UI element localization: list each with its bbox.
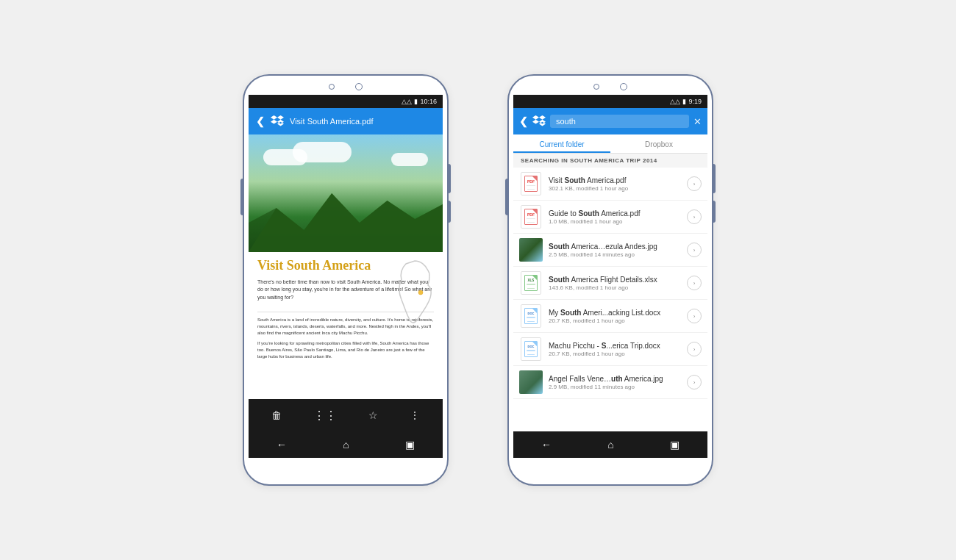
svg-point-2 [418,290,423,295]
status-bar-1: △△ ▮ 10:16 [249,95,443,108]
home-nav-icon-1[interactable]: ⌂ [343,439,349,450]
home-nav-icon-2[interactable]: ⌂ [607,439,613,450]
status-bar-2: △△ ▮ 9:19 [513,95,707,108]
file-name-6: Machu Picchu - S...erica Trip.docx [549,341,681,351]
status-icons-2: △△ ▮ 9:19 [670,98,702,105]
mountain-photo [249,134,443,252]
file-icon-4: XLS [519,271,543,295]
img-icon-3 [519,238,543,262]
docx-icon-6: DOC [521,337,541,361]
battery-icon: ▮ [414,98,418,105]
dropbox-logo-1 [271,115,284,128]
pdf-toolbar: 🗑 ⋮⋮ ☆ ⋮ [249,399,443,431]
power-button-2 [712,164,716,193]
file-details-2: Guide to South America.pdf 1.0 MB, modif… [549,209,681,225]
tab-dropbox[interactable]: Dropbox [610,134,707,153]
recents-nav-icon-2[interactable]: ▣ [670,439,679,450]
status-icons-1: △△ ▮ 10:16 [402,98,437,105]
file-item-5[interactable]: DOC My South Ameri...acking List.docx 20… [513,300,707,333]
dropbox-logo-2 [532,115,546,128]
pdf-icon-1: PDF [521,172,541,195]
wifi-icon: △△ [402,98,412,105]
back-button-1[interactable]: ❮ [256,115,265,127]
file-list: PDF Visit South America.pdf 302.1 KB, mo… [513,168,707,431]
file-icon-7 [519,370,543,394]
phone-2-top-bar [509,76,712,95]
speaker [355,83,363,90]
file-name-5: My South Ameri...acking List.docx [549,308,681,317]
share-icon[interactable]: ⋮⋮ [313,409,337,423]
phone-1-screen: △△ ▮ 10:16 ❮ Visit South America.pdf [249,95,443,458]
volume-button-left [240,179,244,215]
nav-bar-1: ← ⌂ ▣ [249,431,443,458]
file-icon-5: DOC [519,304,543,328]
search-header: ❮ south ✕ [513,108,707,134]
file-icon-1: PDF [519,172,543,195]
file-item-4[interactable]: XLS South America Flight Details.xlsx 14… [513,267,707,300]
star-icon[interactable]: ☆ [368,409,378,421]
cloud-2 [293,142,352,162]
recents-nav-icon-1[interactable]: ▣ [405,439,415,450]
phone-2-bottom [509,458,712,484]
file-chevron-2[interactable]: › [687,209,702,224]
file-meta-2: 1.0 MB, modified 1 hour ago [549,218,681,225]
file-name-2: Guide to South America.pdf [549,209,681,218]
file-chevron-3[interactable]: › [687,243,702,257]
pdf-title-header: Visit South America.pdf [290,117,435,126]
phone-top-bar [244,76,447,95]
file-chevron-1[interactable]: › [687,176,702,191]
phone-1: △△ ▮ 10:16 ❮ Visit South America.pdf [243,74,449,486]
front-camera [329,84,335,90]
docx-icon-5: DOC [521,304,541,328]
tab-current-folder[interactable]: Current folder [513,134,610,153]
pdf-icon-2: PDF [521,205,541,229]
pdf-body-3: If you're looking for sprawling metropol… [257,340,434,360]
file-item-7[interactable]: Angel Falls Vene…uth America.jpg 2.9 MB,… [513,366,707,399]
file-chevron-4[interactable]: › [687,276,702,290]
file-name-4: South America Flight Details.xlsx [549,275,681,284]
back-nav-icon-2[interactable]: ← [541,439,552,450]
search-input[interactable]: south [550,115,689,128]
img-icon-7 [519,370,543,394]
file-name-1: Visit South America.pdf [549,176,681,185]
back-button-2[interactable]: ❮ [519,115,528,127]
file-details-6: Machu Picchu - S...erica Trip.docx 20.7 … [549,341,681,357]
phone-2: △△ ▮ 9:19 ❮ south ✕ Current folder [507,74,713,486]
xlsx-icon-4: XLS [521,271,541,295]
front-camera-2 [593,84,599,90]
file-meta-3: 2.5 MB, modified 14 minutes ago [549,251,681,258]
file-meta-1: 302.1 KB, modified 1 hour ago [549,185,681,192]
svg-marker-1 [249,193,443,252]
search-close-icon[interactable]: ✕ [693,116,702,127]
time-2: 9:19 [688,98,702,105]
file-chevron-5[interactable]: › [687,309,702,323]
andes-thumbnail [519,238,543,262]
cloud-3 [391,153,428,166]
phone-1-bottom [244,458,447,484]
nav-bar-2: ← ⌂ ▣ [513,431,707,458]
file-meta-4: 143.6 KB, modified 1 hour ago [549,284,681,291]
power-button [447,164,451,193]
file-icon-3 [519,238,543,262]
file-chevron-6[interactable]: › [687,342,702,356]
file-item-6[interactable]: DOC Machu Picchu - S...erica Trip.docx 2… [513,333,707,366]
file-details-7: Angel Falls Vene…uth America.jpg 2.9 MB,… [549,374,681,390]
file-details-3: South America…ezula Andes.jpg 2.5 MB, mo… [549,242,681,258]
more-icon[interactable]: ⋮ [410,409,420,421]
phone-2-screen: △△ ▮ 9:19 ❮ south ✕ Current folder [513,95,707,458]
search-tabs: Current folder Dropbox [513,134,707,154]
file-chevron-7[interactable]: › [687,375,702,390]
delete-icon[interactable]: 🗑 [271,409,282,421]
mountain-svg [249,179,443,252]
time-1: 10:16 [420,98,437,105]
pdf-content-area: Visit South America There's no better ti… [249,134,443,399]
file-item-3[interactable]: South America…ezula Andes.jpg 2.5 MB, mo… [513,234,707,267]
searching-in-label: SEARCHING IN SOUTH AMERICA TRIP 2014 [513,154,707,168]
volume-button-left-2 [505,179,509,215]
file-name-7: Angel Falls Vene…uth America.jpg [549,374,681,384]
file-icon-6: DOC [519,337,543,361]
file-details-4: South America Flight Details.xlsx 143.6 … [549,275,681,291]
file-item-2[interactable]: PDF Guide to South America.pdf 1.0 MB, m… [513,201,707,234]
file-item-1[interactable]: PDF Visit South America.pdf 302.1 KB, mo… [513,168,707,201]
back-nav-icon-1[interactable]: ← [277,439,287,450]
